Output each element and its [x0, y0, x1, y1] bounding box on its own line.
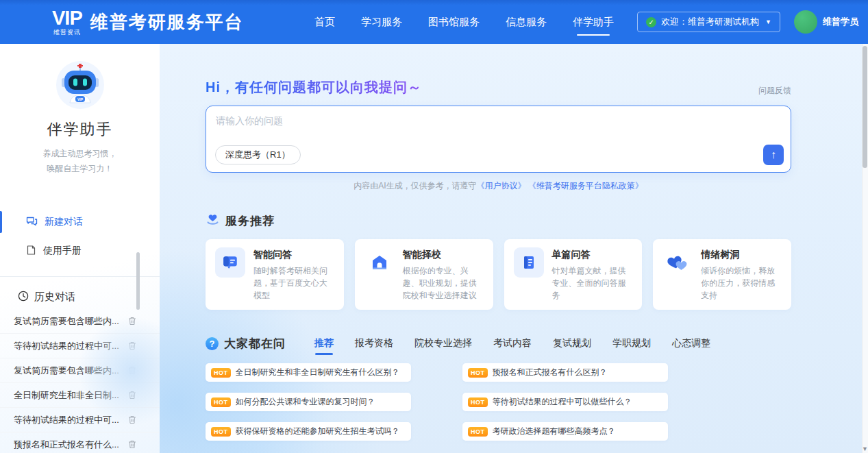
sidebar-scrollbar-thumb[interactable]	[136, 252, 140, 310]
hot-question[interactable]: HOT 获得保研资格的还能参加研究生招生考试吗？	[206, 422, 411, 441]
single-doc-qa-icon	[514, 247, 544, 278]
hot-question[interactable]: HOT 等待初试结果的过程中可以做些什么？	[462, 393, 668, 411]
main-scrollbar-thumb[interactable]	[863, 46, 867, 168]
privacy-policy-link[interactable]: 《维普考研服务平台隐私政策》	[528, 181, 643, 191]
service-card-smart-qa[interactable]: 智能问答 随时解答考研相关问题，基于百度文心大模型	[206, 239, 344, 310]
hot-badge: HOT	[468, 397, 488, 407]
service-card-single-doc-qa[interactable]: 单篇问答 针对单篇文献，提供专业、全面的问答服务	[504, 239, 643, 310]
heart-hands-icon	[206, 212, 220, 230]
services-header: 服务推荐	[206, 212, 791, 230]
history-item[interactable]: 复试简历需要包含哪些内...	[0, 309, 160, 334]
school-pick-icon	[364, 247, 395, 278]
service-card-desc: 针对单篇文献，提供专业、全面的问答服务	[552, 265, 634, 302]
service-card-desc: 根据你的专业、兴趣、职业规划，提供院校和专业选择建议	[403, 265, 485, 302]
nav-item-home[interactable]: 首页	[314, 16, 335, 29]
history-item[interactable]: 复试简历需要包含哪些内...	[0, 358, 160, 383]
hot-question[interactable]: HOT 全日制研究生和非全日制研究生有什么区别？	[206, 363, 411, 382]
site-title: 维普考研服务平台	[90, 10, 244, 34]
service-card-title: 智能问答	[253, 249, 336, 261]
faq-tabs: 推荐 报考资格 院校专业选择 考试内容 复试规划 学职规划 心态调整	[314, 334, 710, 352]
hot-question-list: HOT 全日制研究生和非全日制研究生有什么区别？ HOT 预报名和正式报名有什么…	[206, 363, 791, 441]
tab-exam-content[interactable]: 考试内容	[493, 337, 532, 355]
tab-school-major-choice[interactable]: 院校专业选择	[414, 337, 472, 355]
assistant-block: VIP 伴学助手 养成主动思考习惯， 唤醒自主学习力！	[0, 44, 160, 176]
sidebar: VIP 伴学助手 养成主动思考习惯， 唤醒自主学习力！	[0, 44, 160, 453]
content-column: Hi，有任何问题都可以向我提问～ 问题反馈 深度思考（R1） ↑ 内容由AI生成…	[206, 78, 791, 453]
vip-logo[interactable]: VIP 维普资讯	[52, 8, 82, 36]
hot-question[interactable]: HOT 如何分配公共课和专业课的复习时间？	[206, 393, 411, 411]
ai-disclaimer: 内容由AI生成，仅供参考，请遵守《用户协议》 《维普考研服务平台隐私政策》	[206, 180, 791, 192]
history-title: 历史对话	[34, 291, 75, 304]
trash-icon[interactable]	[128, 341, 136, 350]
question-input[interactable]	[206, 106, 791, 145]
nav-item-library-services[interactable]: 图书馆服务	[428, 16, 480, 29]
greeting-row: Hi，有任何问题都可以向我提问～ 问题反馈	[206, 78, 791, 97]
greeting-title: Hi，有任何问题都可以向我提问～	[206, 78, 422, 97]
services-title: 服务推荐	[225, 213, 275, 229]
hot-question[interactable]: HOT 考研政治选择题有哪些高频考点？	[462, 422, 668, 441]
check-icon: ✓	[646, 17, 656, 27]
trash-icon[interactable]	[128, 415, 136, 424]
top-header: VIP 维普资讯 维普考研服务平台 首页 学习服务 图书馆服务 信息服务 伴学助…	[0, 0, 868, 44]
send-button[interactable]: ↑	[763, 145, 784, 165]
new-chat-label: 新建对话	[45, 216, 83, 228]
history-item[interactable]: 等待初试结果的过程中可...	[0, 334, 160, 358]
service-cards: 智能问答 随时解答考研相关问题，基于百度文心大模型 智能择校	[206, 239, 791, 310]
deep-think-toggle[interactable]: 深度思考（R1）	[215, 145, 301, 164]
hot-badge: HOT	[468, 427, 488, 437]
faq-title: 大家都在问	[224, 336, 286, 352]
avatar	[794, 10, 817, 34]
main-nav: 首页 学习服务 图书馆服务 信息服务 伴学助手	[314, 16, 614, 29]
new-chat-icon	[26, 216, 38, 229]
tab-retest-planning[interactable]: 复试规划	[553, 337, 591, 355]
emotion-hearts-icon	[662, 247, 693, 278]
sidebar-item-new-chat[interactable]: 新建对话	[0, 208, 160, 236]
hot-badge: HOT	[468, 368, 488, 378]
welcome-label: 欢迎：维普考研测试机构	[661, 16, 759, 28]
tab-eligibility[interactable]: 报考资格	[355, 337, 393, 355]
main-content: Hi，有任何问题都可以向我提问～ 问题反馈 深度思考（R1） ↑ 内容由AI生成…	[160, 44, 868, 453]
tab-mindset[interactable]: 心态调整	[672, 337, 710, 355]
manual-label: 使用手册	[43, 245, 82, 257]
user-agreement-link[interactable]: 《用户协议》	[477, 181, 526, 191]
faq-header-row: ? 大家都在问 推荐 报考资格 院校专业选择 考试内容 复试规划 学职规划 心态…	[206, 334, 791, 352]
tab-career-planning[interactable]: 学职规划	[612, 337, 651, 355]
scroll-down-arrow-icon[interactable]: ▼	[862, 445, 868, 452]
trash-icon[interactable]	[128, 366, 136, 375]
service-card-emotion-tree-hole[interactable]: 情绪树洞 倾诉你的烦恼，释放你的压力，获得情感支持	[653, 239, 791, 310]
arrow-up-icon: ↑	[771, 149, 776, 161]
trash-icon[interactable]	[128, 440, 136, 449]
nav-item-learning-services[interactable]: 学习服务	[361, 16, 402, 29]
history-list: 复试简历需要包含哪些内... 等待初试结果的过程中可... 复试简历需要包含哪些…	[0, 309, 160, 453]
feedback-link[interactable]: 问题反馈	[758, 85, 791, 97]
clock-icon	[18, 291, 29, 304]
assistant-name: 伴学助手	[0, 119, 160, 140]
hot-question[interactable]: HOT 预报名和正式报名有什么区别？	[462, 363, 668, 382]
main-scrollbar[interactable]: ▼	[862, 44, 868, 453]
user-profile[interactable]: 维普学员	[794, 10, 858, 34]
service-card-title: 智能择校	[403, 249, 485, 261]
question-input-card: 深度思考（R1） ↑	[206, 106, 791, 173]
service-card-title: 情绪树洞	[701, 249, 783, 261]
input-footer: 深度思考（R1） ↑	[206, 145, 791, 172]
nav-item-info-services[interactable]: 信息服务	[506, 16, 547, 29]
org-welcome-dropdown[interactable]: ✓ 欢迎：维普考研测试机构 ▼	[637, 12, 780, 32]
history-item[interactable]: 预报名和正式报名有什么...	[0, 432, 160, 453]
question-circle-icon: ?	[206, 337, 219, 350]
service-card-desc: 随时解答考研相关问题，基于百度文心大模型	[253, 265, 336, 302]
hot-badge: HOT	[211, 427, 231, 437]
service-card-title: 单篇问答	[552, 249, 634, 261]
trash-icon[interactable]	[128, 391, 136, 400]
service-card-school-pick[interactable]: 智能择校 根据你的专业、兴趣、职业规划，提供院校和专业选择建议	[355, 239, 493, 310]
hot-badge: HOT	[211, 397, 231, 407]
history-item[interactable]: 等待初试结果的过程中可...	[0, 408, 160, 432]
smart-qa-icon	[215, 247, 245, 278]
vip-logo-text: VIP	[52, 8, 82, 28]
page-body: VIP 伴学助手 养成主动思考习惯， 唤醒自主学习力！	[0, 44, 868, 453]
trash-icon[interactable]	[128, 317, 136, 326]
history-item[interactable]: 全日制研究生和非全日制...	[0, 383, 160, 408]
tab-recommended[interactable]: 推荐	[314, 337, 334, 355]
nav-item-study-assistant[interactable]: 伴学助手	[573, 16, 614, 29]
assistant-slogan: 养成主动思考习惯， 唤醒自主学习力！	[0, 147, 160, 176]
manual-icon	[26, 245, 36, 258]
